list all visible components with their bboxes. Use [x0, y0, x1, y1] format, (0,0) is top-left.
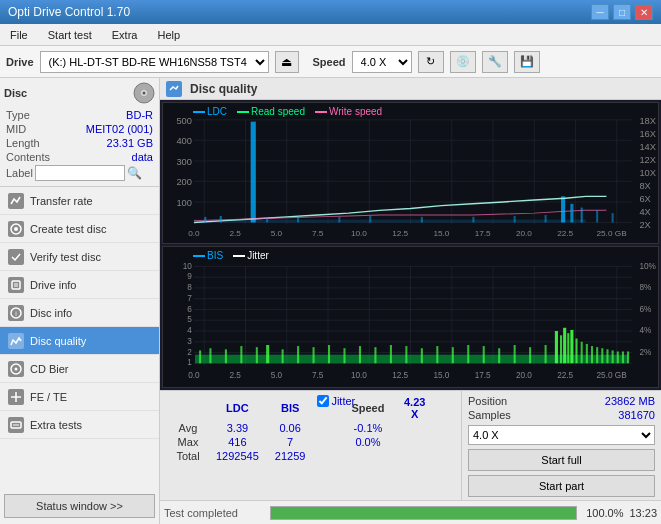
jitter-checkbox[interactable]: [317, 395, 329, 407]
speed-label: Speed: [313, 56, 346, 68]
toolbar: Drive (K:) HL-DT-ST BD-RE WH16NS58 TST4 …: [0, 46, 661, 78]
svg-text:4: 4: [187, 325, 192, 335]
avg-jitter: -0.1%: [343, 421, 392, 435]
svg-text:20.0: 20.0: [516, 230, 533, 239]
refresh-button[interactable]: ↻: [418, 51, 444, 73]
svg-text:12.5: 12.5: [392, 230, 409, 239]
svg-rect-140: [405, 346, 407, 363]
svg-text:10X: 10X: [639, 168, 656, 177]
start-part-button[interactable]: Start part: [468, 475, 655, 497]
svg-rect-164: [622, 351, 624, 363]
maximize-button[interactable]: □: [613, 4, 631, 20]
menubar: File Start test Extra Help: [0, 24, 661, 46]
svg-text:2%: 2%: [639, 347, 651, 357]
disc-title: Disc: [4, 87, 27, 99]
max-jitter: 0.0%: [343, 435, 392, 449]
drive-select[interactable]: (K:) HL-DT-ST BD-RE WH16NS58 TST4: [40, 51, 269, 73]
avg-row: Avg 3.39 0.06 -0.1%: [168, 421, 453, 435]
label-icon[interactable]: 🔍: [127, 166, 142, 180]
nav-transfer-rate[interactable]: Transfer rate: [0, 187, 159, 215]
burn-button[interactable]: 💿: [450, 51, 476, 73]
svg-rect-69: [421, 217, 423, 223]
write-speed-legend: Write speed: [315, 106, 382, 117]
nav-create-test-disc[interactable]: Create test disc: [0, 215, 159, 243]
svg-text:17.5: 17.5: [475, 370, 491, 380]
stats-row: LDC BIS Jitter Speed 4.23 X: [160, 391, 661, 500]
svg-point-11: [15, 367, 18, 370]
mid-row: MID MEIT02 (001): [4, 122, 155, 136]
svg-rect-145: [483, 346, 485, 363]
svg-rect-137: [359, 346, 361, 363]
svg-rect-153: [567, 333, 569, 363]
svg-text:0.0: 0.0: [188, 230, 200, 239]
drive-info-icon: [8, 277, 24, 293]
menu-start-test[interactable]: Start test: [42, 27, 98, 43]
content-area: Disc quality LDC Read speed Write speed: [160, 78, 661, 524]
start-full-button[interactable]: Start full: [468, 449, 655, 471]
nav-disc-info[interactable]: i Disc info: [0, 299, 159, 327]
svg-rect-129: [240, 346, 242, 363]
svg-rect-70: [472, 217, 474, 223]
menu-extra[interactable]: Extra: [106, 27, 144, 43]
samples-value: 381670: [618, 409, 655, 421]
speed-select[interactable]: 4.0 X: [352, 51, 412, 73]
eject-button[interactable]: ⏏: [275, 51, 299, 73]
drive-label: Drive: [6, 56, 34, 68]
svg-text:i: i: [15, 310, 17, 317]
svg-rect-75: [596, 210, 598, 222]
nav-extra-tests[interactable]: Extra tests: [0, 411, 159, 439]
svg-rect-156: [581, 342, 583, 364]
svg-rect-144: [467, 345, 469, 363]
svg-rect-162: [612, 350, 614, 363]
svg-rect-155: [576, 339, 578, 364]
progress-status: Test completed: [164, 507, 264, 519]
menu-help[interactable]: Help: [151, 27, 186, 43]
save-button[interactable]: 💾: [514, 51, 540, 73]
svg-rect-66: [297, 217, 299, 223]
disc-info-icon: i: [8, 305, 24, 321]
svg-text:25.0 GB: 25.0 GB: [596, 370, 627, 380]
svg-point-4: [14, 227, 18, 231]
label-input[interactable]: [35, 165, 125, 181]
total-ldc: 1292545: [208, 449, 267, 463]
svg-rect-136: [343, 348, 345, 363]
svg-text:14X: 14X: [639, 142, 656, 151]
close-button[interactable]: ✕: [635, 4, 653, 20]
bis-legend: BIS: [193, 250, 223, 261]
minimize-button[interactable]: ─: [591, 4, 609, 20]
speed-value-header: 4.23 X: [392, 395, 437, 421]
cd-bier-icon: [8, 361, 24, 377]
sidebar: Disc Type BD-R MID MEIT02 (001) Length 2…: [0, 78, 160, 524]
svg-rect-128: [225, 349, 227, 363]
bis-chart: BIS Jitter: [162, 246, 659, 388]
speed-dropdown[interactable]: 4.0 X: [468, 425, 655, 445]
nav-cd-bier[interactable]: CD Bier: [0, 355, 159, 383]
progress-area: Test completed 100.0% 13:23: [160, 500, 661, 524]
svg-rect-62: [561, 196, 565, 222]
svg-text:100: 100: [176, 198, 192, 207]
svg-rect-134: [313, 347, 315, 363]
disc-quality-icon: [8, 333, 24, 349]
nav-fe-te[interactable]: FE / TE: [0, 383, 159, 411]
menu-file[interactable]: File: [4, 27, 34, 43]
quality-title: Disc quality: [190, 82, 257, 96]
nav-disc-quality[interactable]: Disc quality: [0, 327, 159, 355]
svg-rect-74: [581, 208, 583, 223]
svg-rect-148: [529, 347, 531, 363]
svg-rect-131: [266, 345, 269, 363]
svg-text:22.5: 22.5: [557, 230, 574, 239]
svg-rect-132: [282, 349, 284, 363]
svg-rect-143: [452, 347, 454, 363]
status-window-button[interactable]: Status window >>: [4, 494, 155, 518]
svg-rect-154: [570, 330, 573, 363]
svg-rect-147: [514, 345, 516, 363]
max-ldc: 416: [208, 435, 267, 449]
transfer-rate-icon: [8, 193, 24, 209]
nav-verify-test-disc[interactable]: Verify test disc: [0, 243, 159, 271]
svg-rect-163: [617, 351, 619, 363]
settings-button[interactable]: 🔧: [482, 51, 508, 73]
progress-percent: 100.0%: [583, 507, 623, 519]
nav-drive-info[interactable]: Drive info: [0, 271, 159, 299]
type-row: Type BD-R: [4, 108, 155, 122]
svg-rect-157: [586, 344, 588, 363]
